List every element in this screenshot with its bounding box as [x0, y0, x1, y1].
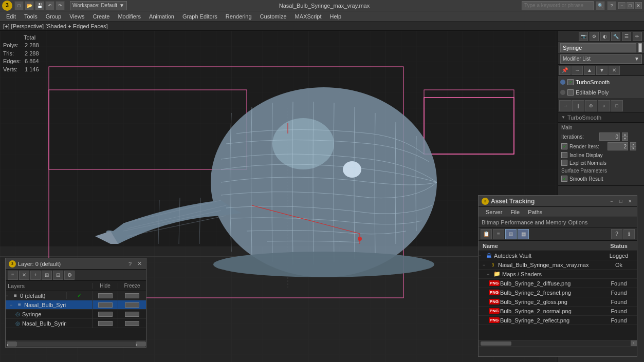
at-row-maps[interactable]: − 📁 Maps / Shaders — [479, 270, 637, 279]
mod-tool-5[interactable]: □ — [611, 100, 623, 111]
mod-active-btn[interactable]: → — [572, 66, 583, 75]
at-info-btn[interactable]: ℹ — [623, 229, 635, 239]
layers-scroll-right[interactable]: › — [136, 341, 146, 347]
object-name-input[interactable] — [560, 43, 636, 52]
layer-row-syringe[interactable]: ◎ Syringe — [6, 310, 146, 319]
ts-iter-down[interactable]: ▼ — [622, 137, 628, 141]
asset-scroll-thumb[interactable] — [481, 341, 511, 346]
layers-close-btn[interactable]: ✕ — [136, 260, 143, 268]
at-btn1[interactable]: 📋 — [481, 229, 492, 239]
mod-item-turbosmooth[interactable]: ✓ TurboSmooth — [558, 77, 644, 87]
at-row-diffuse[interactable]: PNG Bulb_Syringe_2_diffuse.png Found — [479, 279, 637, 288]
ts-render-down[interactable]: ▼ — [630, 146, 636, 150]
lt-prop-btn[interactable]: ⚙ — [64, 271, 75, 280]
menu-help[interactable]: Help — [326, 11, 346, 22]
help-icon[interactable]: ? — [607, 1, 616, 10]
lt-select2-btn[interactable]: ⊟ — [53, 271, 63, 280]
save-btn[interactable]: 💾 — [35, 1, 44, 10]
layer-row-nasal[interactable]: − ≡ Nasal_Bulb_Syringe — [6, 300, 146, 310]
at-row-fresnel[interactable]: PNG Bulb_Syringe_2_fresnel.png Found — [479, 288, 637, 297]
mod-turbosmooth-checkbox[interactable]: ✓ — [567, 79, 574, 85]
ts-iter-up[interactable]: ▲ — [622, 132, 628, 137]
menu-customize[interactable]: Customize — [256, 11, 291, 22]
at-btn2[interactable]: ≡ — [493, 229, 504, 239]
asset-menu-paths[interactable]: Paths — [524, 207, 546, 217]
maximize-btn[interactable]: □ — [627, 2, 634, 9]
asset-menu-server[interactable]: Server — [482, 207, 506, 217]
at-row-gloss[interactable]: PNG Bulb_Syringe_2_gloss.png Found — [479, 297, 637, 307]
at-row-file[interactable]: − 3 Nasal_Bulb_Syringe_max_vray.max Ok — [479, 260, 637, 270]
at-help-btn[interactable]: ? — [611, 229, 622, 239]
ts-render-input[interactable] — [608, 142, 628, 150]
ts-render-up[interactable]: ▲ — [630, 142, 636, 146]
menu-modifiers[interactable]: Modifiers — [114, 11, 145, 22]
undo-btn[interactable]: ↶ — [45, 1, 54, 10]
menu-graph-editors[interactable]: Graph Editors — [178, 11, 222, 22]
mod-editpoly-checkbox[interactable] — [567, 89, 574, 96]
new-btn[interactable]: □ — [14, 1, 24, 10]
mod-tool-2[interactable]: | — [572, 100, 584, 111]
mod-pin-btn[interactable]: 📌 — [559, 66, 571, 75]
object-color-swatch[interactable] — [638, 43, 642, 52]
asset-maximize-btn[interactable]: □ — [617, 198, 624, 205]
lt-select-btn[interactable]: ⊞ — [42, 271, 52, 280]
modifier-dropdown[interactable]: Modifier List ▼ — [560, 54, 642, 64]
mod-tool-1[interactable]: → — [559, 100, 572, 111]
lt-add-btn[interactable]: + — [30, 271, 41, 280]
layers-scroll-left[interactable]: ‹ — [7, 341, 17, 347]
mod-del-btn[interactable]: ✕ — [609, 66, 620, 75]
asset-h-scrollbar[interactable]: › — [479, 340, 637, 346]
layers-h-scrollbar[interactable]: ‹ › — [6, 340, 146, 347]
search-input[interactable] — [522, 1, 594, 10]
rp-icon4[interactable]: 🔧 — [611, 32, 620, 41]
lt-new-btn[interactable]: ≡ — [8, 271, 18, 280]
menu-create[interactable]: Create — [88, 11, 114, 22]
layer-row-default[interactable]: − ≡ 0 (default) ✓ — [6, 291, 146, 300]
at-btn4[interactable]: ▦ — [518, 229, 529, 239]
rp-icon3[interactable]: ◐ — [600, 32, 610, 41]
asset-scroll-right[interactable]: › — [631, 340, 637, 347]
open-btn[interactable]: 📂 — [25, 1, 34, 10]
asset-menu-file[interactable]: File — [506, 207, 524, 217]
at-btn3[interactable]: ⊞ — [505, 229, 517, 239]
ts-smooth-checkbox[interactable]: ✓ — [561, 176, 567, 182]
mod-tool-3[interactable]: ⊕ — [585, 100, 597, 111]
layer-expand-default[interactable]: − — [6, 293, 12, 298]
close-btn[interactable]: ✕ — [635, 2, 642, 9]
rp-icon6[interactable]: ✏ — [633, 32, 642, 41]
at-expand-file[interactable]: − — [483, 262, 489, 268]
at-expand-vault[interactable]: − — [479, 253, 485, 258]
menu-tools[interactable]: Tools — [20, 11, 42, 22]
asset-minimize-btn[interactable]: − — [608, 198, 615, 205]
mod-item-editable-poly[interactable]: Editable Poly — [558, 87, 644, 98]
at-row-vault[interactable]: − 🏛 Autodesk Vault Logged — [479, 251, 637, 260]
at-row-normal[interactable]: PNG Bulb_Syringe_2_normal.png Found — [479, 307, 637, 316]
ts-iter-input[interactable] — [599, 132, 620, 141]
minimize-btn[interactable]: − — [618, 2, 625, 9]
menu-edit[interactable]: Edit — [2, 11, 20, 22]
asset-options-label[interactable]: Options — [568, 219, 587, 225]
menu-group[interactable]: Group — [42, 11, 66, 22]
menu-views[interactable]: Views — [65, 11, 88, 22]
mod-down-btn[interactable]: ▼ — [596, 66, 608, 75]
lt-delete-btn[interactable]: ✕ — [19, 271, 29, 280]
rp-icon1[interactable]: 📷 — [579, 32, 588, 41]
rp-icon2[interactable]: ⚙ — [590, 32, 599, 41]
at-row-reflect[interactable]: PNG Bulb_Syringe_2_reflect.png Found — [479, 316, 637, 325]
redo-btn[interactable]: ↷ — [56, 1, 65, 10]
ts-render-checkbox[interactable]: ✓ — [561, 143, 567, 149]
search-icon[interactable]: 🔍 — [596, 1, 605, 10]
ts-explicit-checkbox[interactable] — [561, 160, 567, 166]
layer-expand-nasal[interactable]: − — [10, 302, 16, 308]
menu-rendering[interactable]: Rendering — [222, 11, 256, 22]
asset-close-btn[interactable]: ✕ — [627, 198, 634, 205]
at-expand-maps[interactable]: − — [487, 272, 493, 277]
layers-question-btn[interactable]: ? — [126, 260, 134, 268]
mod-tool-4[interactable]: ○ — [598, 100, 610, 111]
rp-icon5[interactable]: ☰ — [622, 32, 631, 41]
turbosmooth-section-header[interactable]: ▼ TurboSmooth — [558, 112, 644, 123]
mod-up-btn[interactable]: ▲ — [584, 66, 595, 75]
menu-animation[interactable]: Animation — [145, 11, 178, 22]
layer-row-nasal-sub[interactable]: ◎ Nasal_Bulb_Syringe — [6, 319, 146, 328]
ts-isoline-checkbox[interactable] — [561, 152, 567, 158]
